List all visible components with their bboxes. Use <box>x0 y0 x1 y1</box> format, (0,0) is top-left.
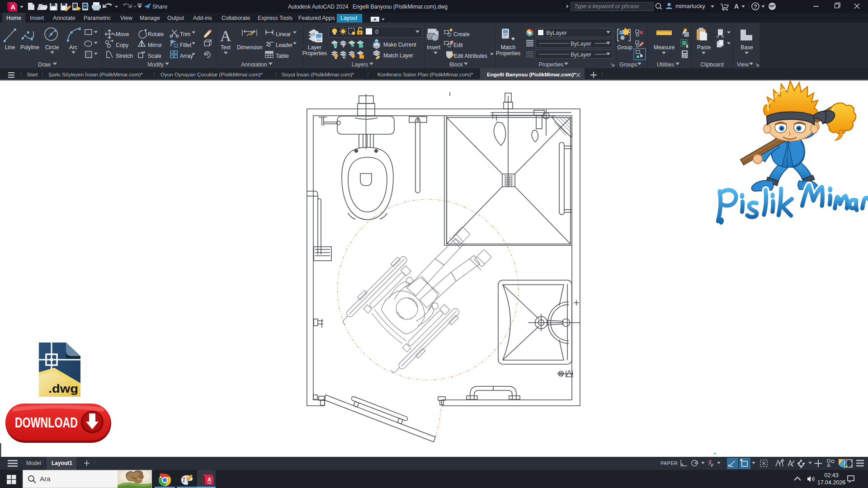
svg-text:Edit: Edit <box>453 42 463 48</box>
svg-text:A: A <box>220 28 231 44</box>
svg-text:Match Layer: Match Layer <box>383 52 413 59</box>
svg-text:Leader: Leader <box>276 42 292 48</box>
svg-text:Properties: Properties <box>302 50 327 56</box>
svg-text:A: A <box>11 3 16 11</box>
svg-text:Linear: Linear <box>276 31 291 38</box>
svg-text:Polyline: Polyline <box>20 44 39 51</box>
svg-text:Trim: Trim <box>180 31 191 38</box>
svg-text:Share: Share <box>152 4 167 10</box>
svg-text:Properties: Properties <box>496 50 521 56</box>
svg-text:Rotate: Rotate <box>148 31 164 38</box>
svg-text:Match: Match <box>501 44 516 51</box>
svg-text:Group: Group <box>617 44 632 51</box>
svg-text:Layer: Layer <box>308 44 321 51</box>
svg-text:Measure: Measure <box>654 44 675 51</box>
svg-text:Line: Line <box>5 44 15 51</box>
svg-text:ByLayer: ByLayer <box>571 52 591 58</box>
svg-text:mimarlucky: mimarlucky <box>675 3 705 9</box>
svg-text:Dimension: Dimension <box>237 44 263 51</box>
svg-text:Copy: Copy <box>116 42 128 48</box>
svg-text:A: A <box>208 477 211 482</box>
svg-text:CAD: CAD <box>207 482 212 484</box>
svg-text:Text: Text <box>221 44 231 51</box>
svg-text:0: 0 <box>375 29 378 35</box>
svg-text:ByLayer: ByLayer <box>571 41 591 47</box>
svg-text:Create: Create <box>453 31 470 38</box>
svg-text:.dwg: .dwg <box>48 382 78 395</box>
svg-text:Type a keyword or phrase: Type a keyword or phrase <box>574 3 639 9</box>
svg-text:?: ? <box>754 4 757 10</box>
svg-text:Move: Move <box>116 31 129 38</box>
svg-text:Block: Block <box>449 61 463 68</box>
svg-text:Circle: Circle <box>45 44 59 51</box>
svg-text:Stretch: Stretch <box>116 53 133 59</box>
svg-text:Mirror: Mirror <box>148 42 162 48</box>
svg-text:Modify: Modify <box>147 61 163 68</box>
svg-text:Paste: Paste <box>697 44 711 51</box>
svg-text:ByLayer: ByLayer <box>546 30 567 36</box>
svg-text:Layers: Layers <box>352 61 368 68</box>
svg-text:Autodesk AutoCAD 2024 Engell: Autodesk AutoCAD 2024 Engelli Banyosu (P… <box>288 4 448 10</box>
svg-text:View: View <box>737 61 749 68</box>
svg-text:Fillet: Fillet <box>180 42 192 48</box>
svg-text:Array: Array <box>180 53 193 59</box>
svg-text:Table: Table <box>276 53 289 59</box>
svg-text:DOWNLOAD: DOWNLOAD <box>15 415 78 431</box>
svg-text:Properties: Properties <box>539 61 564 68</box>
svg-text:Draw: Draw <box>38 61 51 68</box>
svg-text:Edit Attributes: Edit Attributes <box>454 53 487 59</box>
svg-text:Scale: Scale <box>148 53 161 59</box>
svg-text:Utilities: Utilities <box>657 61 675 68</box>
svg-text:A: A <box>734 3 739 10</box>
svg-text:Insert: Insert <box>427 44 441 51</box>
svg-text:Groups: Groups <box>619 61 637 68</box>
svg-text:Base: Base <box>741 44 753 51</box>
svg-text:Arc: Arc <box>69 44 77 51</box>
svg-text:Clipboard: Clipboard <box>700 61 723 68</box>
svg-text:Annotation: Annotation <box>241 61 267 68</box>
svg-text:Make Current: Make Current <box>383 42 416 48</box>
